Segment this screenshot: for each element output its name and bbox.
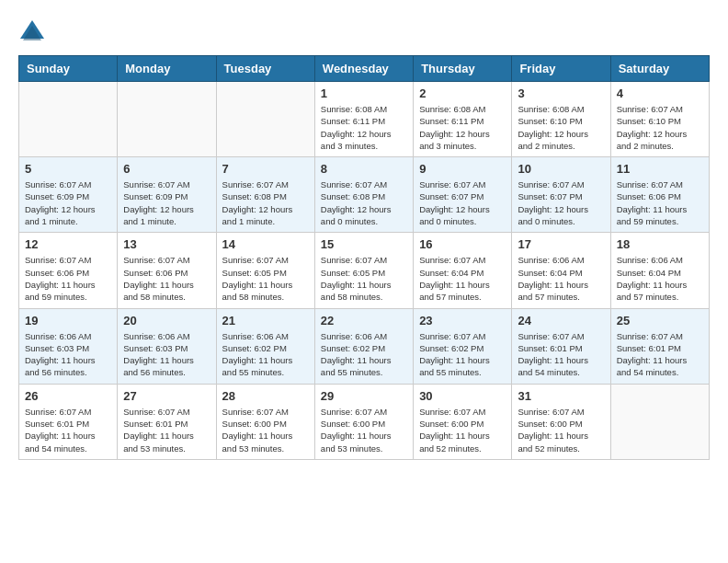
day-info: Sunrise: 6:06 AM Sunset: 6:04 PM Dayligh… xyxy=(518,254,604,303)
day-number: 22 xyxy=(321,314,407,327)
day-cell: 31Sunrise: 6:07 AM Sunset: 6:00 PM Dayli… xyxy=(512,384,610,459)
day-info: Sunrise: 6:07 AM Sunset: 6:10 PM Dayligh… xyxy=(617,103,703,152)
day-number: 27 xyxy=(123,389,210,403)
day-number: 25 xyxy=(617,314,703,327)
day-number: 30 xyxy=(419,389,506,403)
day-number: 7 xyxy=(222,162,309,176)
day-number: 16 xyxy=(419,237,506,251)
day-number: 5 xyxy=(25,162,111,176)
day-cell: 22Sunrise: 6:06 AM Sunset: 6:02 PM Dayli… xyxy=(314,308,413,384)
day-number: 18 xyxy=(617,237,703,251)
day-number: 24 xyxy=(518,314,604,327)
week-row-4: 19Sunrise: 6:06 AM Sunset: 6:03 PM Dayli… xyxy=(19,308,710,384)
week-row-3: 12Sunrise: 6:07 AM Sunset: 6:06 PM Dayli… xyxy=(19,233,710,308)
day-cell: 19Sunrise: 6:06 AM Sunset: 6:03 PM Dayli… xyxy=(19,308,118,384)
day-info: Sunrise: 6:07 AM Sunset: 6:00 PM Dayligh… xyxy=(518,406,604,454)
day-cell: 12Sunrise: 6:07 AM Sunset: 6:06 PM Dayli… xyxy=(19,233,118,308)
day-info: Sunrise: 6:07 AM Sunset: 6:09 PM Dayligh… xyxy=(123,178,210,227)
day-number: 4 xyxy=(617,86,703,100)
day-number: 1 xyxy=(321,86,407,100)
day-info: Sunrise: 6:06 AM Sunset: 6:02 PM Dayligh… xyxy=(222,330,309,379)
calendar: SundayMondayTuesdayWednesdayThursdayFrid… xyxy=(18,55,710,460)
day-number: 3 xyxy=(518,86,604,100)
day-info: Sunrise: 6:07 AM Sunset: 6:06 PM Dayligh… xyxy=(25,254,111,303)
day-cell: 3Sunrise: 6:08 AM Sunset: 6:10 PM Daylig… xyxy=(512,82,610,157)
day-cell: 23Sunrise: 6:07 AM Sunset: 6:02 PM Dayli… xyxy=(414,308,512,384)
day-cell xyxy=(118,82,216,157)
day-info: Sunrise: 6:07 AM Sunset: 6:00 PM Dayligh… xyxy=(222,406,309,454)
weekday-header-row: SundayMondayTuesdayWednesdayThursdayFrid… xyxy=(19,56,710,82)
day-number: 8 xyxy=(321,162,407,176)
day-cell xyxy=(216,82,314,157)
day-cell: 26Sunrise: 6:07 AM Sunset: 6:01 PM Dayli… xyxy=(19,384,118,459)
day-info: Sunrise: 6:07 AM Sunset: 6:01 PM Dayligh… xyxy=(25,406,111,454)
day-number: 12 xyxy=(25,237,111,251)
day-number: 13 xyxy=(123,237,210,251)
day-cell: 7Sunrise: 6:07 AM Sunset: 6:08 PM Daylig… xyxy=(216,157,314,233)
day-info: Sunrise: 6:06 AM Sunset: 6:02 PM Dayligh… xyxy=(321,330,407,379)
day-cell xyxy=(19,82,118,157)
day-info: Sunrise: 6:08 AM Sunset: 6:10 PM Dayligh… xyxy=(518,103,604,152)
day-cell: 16Sunrise: 6:07 AM Sunset: 6:04 PM Dayli… xyxy=(414,233,512,308)
day-cell: 1Sunrise: 6:08 AM Sunset: 6:11 PM Daylig… xyxy=(314,82,413,157)
page-header xyxy=(18,18,710,46)
day-number: 14 xyxy=(222,237,309,251)
day-cell: 4Sunrise: 6:07 AM Sunset: 6:10 PM Daylig… xyxy=(610,82,709,157)
weekday-header-wednesday: Wednesday xyxy=(314,56,413,82)
week-row-5: 26Sunrise: 6:07 AM Sunset: 6:01 PM Dayli… xyxy=(19,384,710,459)
day-cell: 29Sunrise: 6:07 AM Sunset: 6:00 PM Dayli… xyxy=(314,384,413,459)
day-info: Sunrise: 6:07 AM Sunset: 6:00 PM Dayligh… xyxy=(321,406,407,454)
day-number: 6 xyxy=(123,162,210,176)
weekday-header-friday: Friday xyxy=(512,56,610,82)
day-cell: 6Sunrise: 6:07 AM Sunset: 6:09 PM Daylig… xyxy=(118,157,216,233)
day-cell: 5Sunrise: 6:07 AM Sunset: 6:09 PM Daylig… xyxy=(19,157,118,233)
day-cell: 2Sunrise: 6:08 AM Sunset: 6:11 PM Daylig… xyxy=(414,82,512,157)
day-cell: 30Sunrise: 6:07 AM Sunset: 6:00 PM Dayli… xyxy=(414,384,512,459)
day-info: Sunrise: 6:07 AM Sunset: 6:01 PM Dayligh… xyxy=(617,330,703,379)
day-cell: 11Sunrise: 6:07 AM Sunset: 6:06 PM Dayli… xyxy=(610,157,709,233)
logo xyxy=(18,18,50,46)
weekday-header-thursday: Thursday xyxy=(414,56,512,82)
day-cell: 24Sunrise: 6:07 AM Sunset: 6:01 PM Dayli… xyxy=(512,308,610,384)
logo-icon xyxy=(18,18,46,46)
day-number: 10 xyxy=(518,162,604,176)
day-cell: 21Sunrise: 6:06 AM Sunset: 6:02 PM Dayli… xyxy=(216,308,314,384)
day-info: Sunrise: 6:06 AM Sunset: 6:04 PM Dayligh… xyxy=(617,254,703,303)
day-info: Sunrise: 6:07 AM Sunset: 6:05 PM Dayligh… xyxy=(222,254,309,303)
day-info: Sunrise: 6:07 AM Sunset: 6:00 PM Dayligh… xyxy=(419,406,506,454)
day-number: 17 xyxy=(518,237,604,251)
day-number: 19 xyxy=(25,314,111,327)
day-info: Sunrise: 6:06 AM Sunset: 6:03 PM Dayligh… xyxy=(123,330,210,379)
day-cell: 17Sunrise: 6:06 AM Sunset: 6:04 PM Dayli… xyxy=(512,233,610,308)
week-row-2: 5Sunrise: 6:07 AM Sunset: 6:09 PM Daylig… xyxy=(19,157,710,233)
day-number: 28 xyxy=(222,389,309,403)
day-info: Sunrise: 6:07 AM Sunset: 6:09 PM Dayligh… xyxy=(25,178,111,227)
day-info: Sunrise: 6:07 AM Sunset: 6:08 PM Dayligh… xyxy=(222,178,309,227)
day-cell: 20Sunrise: 6:06 AM Sunset: 6:03 PM Dayli… xyxy=(118,308,216,384)
day-cell: 18Sunrise: 6:06 AM Sunset: 6:04 PM Dayli… xyxy=(610,233,709,308)
day-info: Sunrise: 6:07 AM Sunset: 6:01 PM Dayligh… xyxy=(518,330,604,379)
day-info: Sunrise: 6:07 AM Sunset: 6:07 PM Dayligh… xyxy=(419,178,506,227)
day-number: 9 xyxy=(419,162,506,176)
day-number: 26 xyxy=(25,389,111,403)
day-cell: 8Sunrise: 6:07 AM Sunset: 6:08 PM Daylig… xyxy=(314,157,413,233)
day-cell: 9Sunrise: 6:07 AM Sunset: 6:07 PM Daylig… xyxy=(414,157,512,233)
day-number: 15 xyxy=(321,237,407,251)
day-cell: 25Sunrise: 6:07 AM Sunset: 6:01 PM Dayli… xyxy=(610,308,709,384)
day-info: Sunrise: 6:07 AM Sunset: 6:04 PM Dayligh… xyxy=(419,254,506,303)
day-info: Sunrise: 6:08 AM Sunset: 6:11 PM Dayligh… xyxy=(419,103,506,152)
day-number: 2 xyxy=(419,86,506,100)
day-number: 29 xyxy=(321,389,407,403)
day-info: Sunrise: 6:07 AM Sunset: 6:05 PM Dayligh… xyxy=(321,254,407,303)
day-info: Sunrise: 6:07 AM Sunset: 6:06 PM Dayligh… xyxy=(123,254,210,303)
day-number: 21 xyxy=(222,314,309,327)
day-number: 11 xyxy=(617,162,703,176)
day-info: Sunrise: 6:07 AM Sunset: 6:07 PM Dayligh… xyxy=(518,178,604,227)
day-info: Sunrise: 6:07 AM Sunset: 6:02 PM Dayligh… xyxy=(419,330,506,379)
weekday-header-tuesday: Tuesday xyxy=(216,56,314,82)
day-cell: 10Sunrise: 6:07 AM Sunset: 6:07 PM Dayli… xyxy=(512,157,610,233)
day-number: 23 xyxy=(419,314,506,327)
weekday-header-saturday: Saturday xyxy=(610,56,709,82)
weekday-header-sunday: Sunday xyxy=(19,56,118,82)
day-info: Sunrise: 6:08 AM Sunset: 6:11 PM Dayligh… xyxy=(321,103,407,152)
